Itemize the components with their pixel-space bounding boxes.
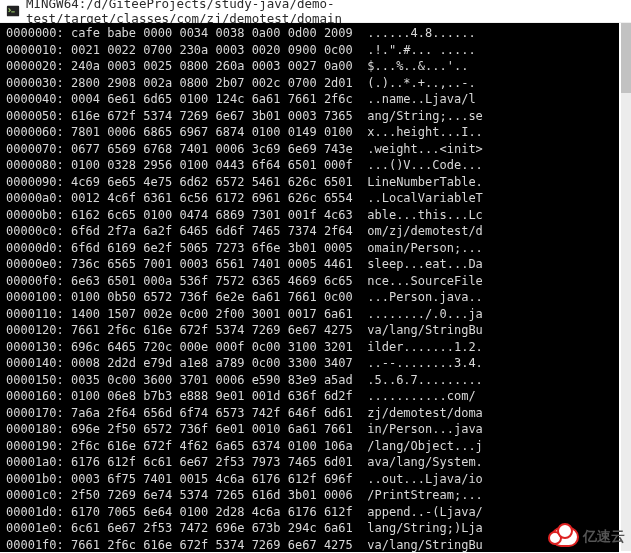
- hex-row: 0000040: 0004 6e61 6d65 0100 124c 6a61 7…: [6, 91, 613, 108]
- hex-row: 0000080: 0100 0328 2956 0100 0443 6f64 6…: [6, 157, 613, 174]
- hex-row: 0000140: 0008 2d2d e79d a1e8 a789 0c00 3…: [6, 355, 613, 372]
- hex-row: 00000d0: 6f6d 6169 6e2f 5065 7273 6f6e 3…: [6, 240, 613, 257]
- hex-row: 00000f0: 6e63 6501 000a 536f 7572 6365 4…: [6, 273, 613, 290]
- hex-row: 0000030: 2800 2908 002a 0800 2b07 002c 0…: [6, 75, 613, 92]
- hex-row: 00001a0: 6176 612f 6c61 6e67 2f53 7973 7…: [6, 454, 613, 471]
- hex-row: 0000160: 0100 06e8 b7b3 e888 9e01 001d 6…: [6, 388, 613, 405]
- hex-row: 0000000: cafe babe 0000 0034 0038 0a00 0…: [6, 25, 613, 42]
- watermark: 亿速云: [551, 527, 625, 547]
- hex-row: 0000170: 7a6a 2f64 656d 6f74 6573 742f 6…: [6, 405, 613, 422]
- hex-row: 00001f0: 7661 2f6c 616e 672f 5374 7269 6…: [6, 537, 613, 553]
- hex-row: 0000020: 240a 0003 0025 0800 260a 0003 0…: [6, 58, 613, 75]
- hex-row: 0000090: 4c69 6e65 4e75 6d62 6572 5461 6…: [6, 174, 613, 191]
- title-bar[interactable]: MINGW64:/d/GiteeProjects/study-java/demo…: [0, 0, 631, 23]
- hex-row: 0000070: 0677 6569 6768 7401 0006 3c69 6…: [6, 141, 613, 158]
- app-icon: [6, 4, 20, 18]
- hex-row: 0000110: 1400 1507 002e 0c00 2f00 3001 0…: [6, 306, 613, 323]
- hex-row: 00000c0: 6f6d 2f7a 6a2f 6465 6d6f 7465 7…: [6, 223, 613, 240]
- hex-row: 00001c0: 2f50 7269 6e74 5374 7265 616d 3…: [6, 487, 613, 504]
- hex-row: 00000a0: 0012 4c6f 6361 6c56 6172 6961 6…: [6, 190, 613, 207]
- hex-row: 00001e0: 6c61 6e67 2f53 7472 696e 673b 2…: [6, 520, 613, 537]
- cloud-icon: [551, 527, 579, 547]
- terminal-window: MINGW64:/d/GiteeProjects/study-java/demo…: [0, 0, 631, 553]
- hex-row: 0000120: 7661 2f6c 616e 672f 5374 7269 6…: [6, 322, 613, 339]
- watermark-text: 亿速云: [583, 528, 625, 546]
- hex-row: 0000150: 0035 0c00 3600 3701 0006 e590 8…: [6, 372, 613, 389]
- terminal-body[interactable]: 0000000: cafe babe 0000 0034 0038 0a00 0…: [0, 23, 619, 552]
- hex-row: 0000130: 696c 6465 720c 000e 000f 0c00 3…: [6, 339, 613, 356]
- svg-rect-0: [7, 6, 19, 17]
- scrollbar-thumb[interactable]: [621, 23, 631, 93]
- hex-row: 0000060: 7801 0006 6865 6967 6874 0100 0…: [6, 124, 613, 141]
- scrollbar-vertical[interactable]: [621, 23, 631, 551]
- hex-row: 00001b0: 0003 6f75 7401 0015 4c6a 6176 6…: [6, 471, 613, 488]
- hex-row: 0000190: 2f6c 616e 672f 4f62 6a65 6374 0…: [6, 438, 613, 455]
- hex-row: 0000010: 0021 0022 0700 230a 0003 0020 0…: [6, 42, 613, 59]
- hex-row: 00001d0: 6170 7065 6e64 0100 2d28 4c6a 6…: [6, 504, 613, 521]
- hex-row: 0000050: 616e 672f 5374 7269 6e67 3b01 0…: [6, 108, 613, 125]
- hex-row: 00000e0: 736c 6565 7001 0003 6561 7401 0…: [6, 256, 613, 273]
- hex-row: 00000b0: 6162 6c65 0100 0474 6869 7301 0…: [6, 207, 613, 224]
- hex-row: 0000180: 696e 2f50 6572 736f 6e01 0010 6…: [6, 421, 613, 438]
- hex-row: 0000100: 0100 0b50 6572 736f 6e2e 6a61 7…: [6, 289, 613, 306]
